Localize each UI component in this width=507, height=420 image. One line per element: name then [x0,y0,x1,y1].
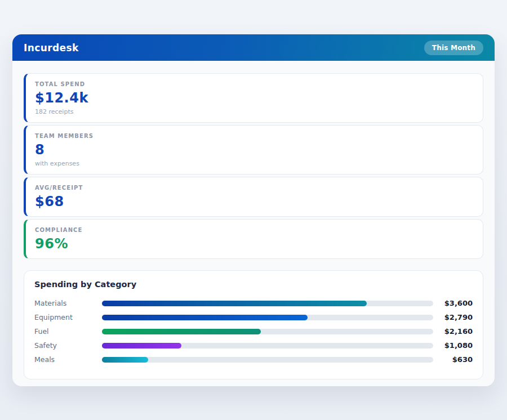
stat-value: $68 [35,194,474,209]
stat-label: COMPLIANCE [35,227,474,233]
dashboard-panel: Incurdesk This Month TOTAL SPEND $12.4k … [12,34,495,386]
stat-label: TOTAL SPEND [35,81,474,87]
category-label: Fuel [34,327,102,336]
stat-card-total-spend: TOTAL SPEND $12.4k 182 receipts [24,73,483,123]
bar-track [102,301,433,306]
chart-row: Safety$1,080 [34,338,473,352]
stat-value: $12.4k [35,90,474,106]
bar-track [102,357,433,363]
category-value: $2,790 [433,313,473,321]
bar-track [102,343,433,348]
spending-by-category-chart: Spending by Category Materials$3,600Equi… [24,270,483,379]
bar-track [102,329,433,334]
bar-track [102,315,433,320]
bar-fill [102,301,367,306]
stat-subtext: with expenses [35,160,474,167]
chart-row: Materials$3,600 [34,296,473,310]
category-value: $3,600 [433,299,473,307]
category-value: $630 [433,355,473,364]
stat-value: 96% [35,236,474,252]
chart-rows: Materials$3,600Equipment$2,790Fuel$2,160… [34,296,473,367]
bar-fill [102,329,261,334]
chart-row: Equipment$2,790 [34,310,473,324]
category-label: Materials [34,299,102,307]
app-title: Incurdesk [24,42,79,53]
stat-label: AVG/RECEIPT [35,185,474,191]
app-header: Incurdesk This Month [12,34,495,61]
category-label: Safety [34,341,102,350]
bar-fill [102,315,308,320]
stat-subtext: 182 receipts [35,108,474,115]
chart-title: Spending by Category [34,280,473,289]
chart-row: Fuel$2,160 [34,324,473,338]
stat-card-team-members: TEAM MEMBERS 8 with expenses [24,125,483,175]
chart-row: Meals$630 [34,352,473,367]
stat-card-avg-receipt: AVG/RECEIPT $68 [24,177,483,217]
period-badge[interactable]: This Month [424,41,483,55]
bar-fill [102,343,181,348]
stat-value: 8 [35,142,474,158]
category-label: Meals [34,355,102,364]
bar-fill [102,357,148,363]
category-value: $2,160 [433,327,473,336]
category-label: Equipment [34,313,102,321]
stat-card-compliance: COMPLIANCE 96% [24,219,483,259]
stat-label: TEAM MEMBERS [35,133,474,139]
category-value: $1,080 [433,341,473,350]
panel-body: TOTAL SPEND $12.4k 182 receipts TEAM MEM… [12,61,495,379]
